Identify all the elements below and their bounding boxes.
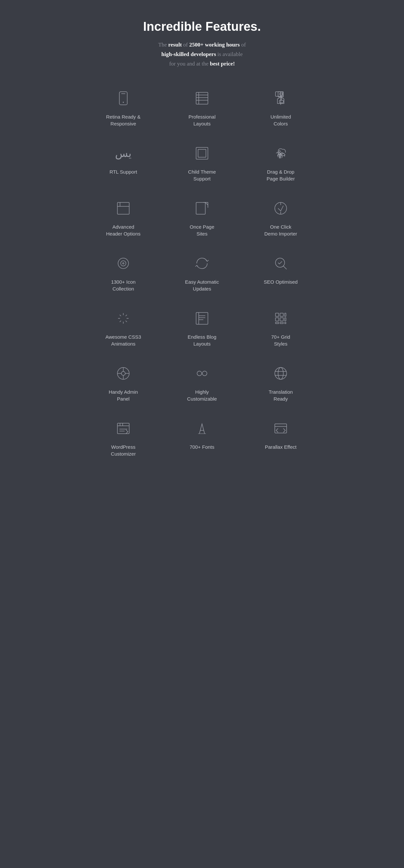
feature-label: TranslationReady xyxy=(268,389,293,402)
svg-rect-35 xyxy=(196,312,208,324)
feature-endless-blog: Endless BlogLayouts xyxy=(166,309,238,347)
header-icon xyxy=(113,198,133,218)
svg-line-32 xyxy=(125,321,127,322)
features-grid: Retina Ready &Responsive ProfessionalLay… xyxy=(87,88,317,457)
feature-label: Parallax Effect xyxy=(265,443,296,451)
svg-rect-16 xyxy=(117,203,129,214)
translation-icon xyxy=(271,364,291,383)
feature-label: Once PageSites xyxy=(190,223,214,237)
feature-label: ProfessionalLayouts xyxy=(189,113,216,127)
svg-line-33 xyxy=(125,315,127,316)
svg-rect-45 xyxy=(285,318,286,321)
feature-admin-panel: Handy AdminPanel xyxy=(87,364,160,402)
feature-advanced-header: AdvancedHeader Options xyxy=(87,198,160,237)
page-wrapper: Incredible Features. The result of 2500+… xyxy=(81,0,323,484)
feature-grid-styles: 70+ GridStyles xyxy=(244,309,317,347)
feature-label: Drag & DropPage Builder xyxy=(267,168,295,182)
feature-drag-drop: Drag & DropPage Builder xyxy=(244,144,317,182)
svg-rect-43 xyxy=(276,318,279,321)
svg-rect-11 xyxy=(280,93,282,95)
svg-rect-19 xyxy=(196,203,205,214)
feature-label: HighlyCustomizable xyxy=(187,389,217,402)
section-title: Incredible Features. xyxy=(87,20,317,34)
feature-seo: SEO Optimised xyxy=(244,253,317,292)
feature-label: Endless BlogLayouts xyxy=(187,334,217,347)
svg-line-20 xyxy=(205,203,208,205)
svg-point-22 xyxy=(118,258,128,269)
feature-label: Child ThemeSupport xyxy=(188,168,216,182)
feature-label: UnlimitedColors xyxy=(270,113,291,127)
svg-point-50 xyxy=(121,371,125,375)
feature-unlimited-colors: UnlimitedColors xyxy=(244,88,317,127)
one-click-icon xyxy=(271,198,291,218)
updates-icon xyxy=(192,253,212,273)
wp-customizer-icon xyxy=(113,418,133,438)
svg-rect-13 xyxy=(279,100,283,103)
feature-wp-customizer: WordPressCustomizer xyxy=(87,418,160,457)
mobile-icon xyxy=(113,88,133,108)
svg-rect-48 xyxy=(285,322,286,323)
feature-label: 1300+ IconCollection xyxy=(111,278,136,292)
svg-point-24 xyxy=(123,263,124,264)
feature-label: Retina Ready &Responsive xyxy=(106,113,140,127)
svg-point-25 xyxy=(276,258,285,267)
feature-once-page: Once PageSites xyxy=(166,198,238,237)
feature-rtl-support: يس RTL Support xyxy=(87,144,160,182)
parallax-icon xyxy=(271,418,291,438)
feature-label: Awesome CSS3Animations xyxy=(106,334,141,347)
icons-icon xyxy=(113,253,133,273)
admin-icon xyxy=(113,364,133,383)
feature-label: 70+ GridStyles xyxy=(271,334,290,347)
svg-rect-41 xyxy=(280,313,283,316)
feature-label: WordPressCustomizer xyxy=(111,443,136,457)
svg-point-56 xyxy=(202,371,207,376)
child-theme-icon xyxy=(192,144,212,163)
svg-rect-40 xyxy=(276,313,279,316)
svg-line-34 xyxy=(120,321,121,322)
seo-icon xyxy=(271,253,291,273)
svg-rect-42 xyxy=(285,313,286,316)
feature-one-click: One ClickDemo Importer xyxy=(244,198,317,237)
feature-label: AdvancedHeader Options xyxy=(106,223,140,237)
svg-rect-44 xyxy=(280,318,283,321)
feature-translation: TranslationReady xyxy=(244,364,317,402)
feature-label: One ClickDemo Importer xyxy=(264,223,297,237)
feature-label: Handy AdminPanel xyxy=(109,389,138,402)
feature-parallax: Parallax Effect xyxy=(244,418,317,457)
feature-label: SEO Optimised xyxy=(264,278,297,285)
svg-point-57 xyxy=(275,368,287,379)
svg-rect-47 xyxy=(280,322,283,323)
fonts-icon xyxy=(192,418,212,438)
svg-rect-3 xyxy=(196,92,208,104)
layouts-icon xyxy=(192,88,212,108)
grid-icon xyxy=(271,309,291,328)
feature-label: Easy AutomaticUpdates xyxy=(185,278,219,292)
colors-icon xyxy=(271,88,291,108)
svg-line-26 xyxy=(283,266,287,269)
feature-icon-collection: 1300+ IconCollection xyxy=(87,253,160,292)
feature-child-theme: Child ThemeSupport xyxy=(166,144,238,182)
svg-point-55 xyxy=(197,371,202,376)
rtl-icon: يس xyxy=(113,144,133,163)
feature-css3-animations: Awesome CSS3Animations xyxy=(87,309,160,347)
blog-icon xyxy=(192,309,212,328)
svg-rect-69 xyxy=(275,424,287,433)
svg-line-31 xyxy=(120,315,121,316)
drag-drop-icon xyxy=(271,144,291,163)
svg-point-58 xyxy=(278,368,283,379)
animations-icon xyxy=(113,309,133,328)
feature-label: RTL Support xyxy=(110,168,137,175)
feature-professional-layouts: ProfessionalLayouts xyxy=(166,88,238,127)
feature-easy-updates: Easy AutomaticUpdates xyxy=(166,253,238,292)
feature-fonts: 700+ Fonts xyxy=(166,418,238,457)
once-page-icon xyxy=(192,198,212,218)
svg-rect-46 xyxy=(276,322,279,323)
svg-point-23 xyxy=(121,261,126,266)
feature-customizable: HighlyCustomizable xyxy=(166,364,238,402)
section-subtitle: The result of 2500+ working hours of hig… xyxy=(137,40,267,69)
feature-label: 700+ Fonts xyxy=(190,443,214,451)
feature-retina-ready: Retina Ready &Responsive xyxy=(87,88,160,127)
svg-rect-15 xyxy=(198,149,206,157)
customizable-icon xyxy=(192,364,212,383)
